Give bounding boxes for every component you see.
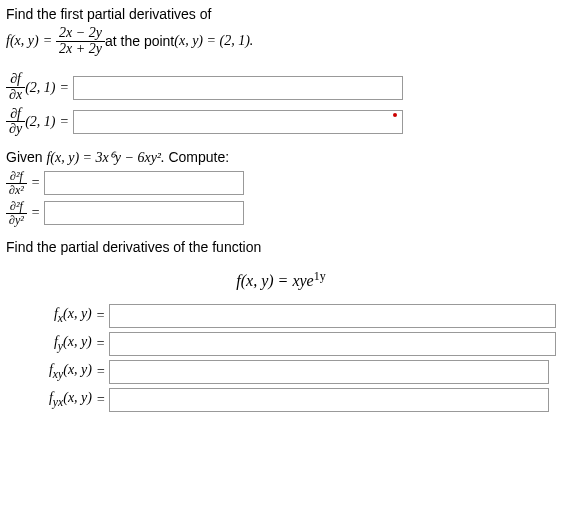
q3-fxy-label: fxy(x, y) xyxy=(6,362,92,381)
equals: = xyxy=(31,205,40,221)
q1-dfx-row: ∂f ∂x (2, 1) = xyxy=(6,72,556,102)
dfy-den: ∂y xyxy=(6,121,25,137)
q1-fraction: 2x − 2y 2x + 2y xyxy=(56,26,105,56)
q3-fy-row: fy(x, y) = xyxy=(6,332,556,356)
equals: = xyxy=(59,114,68,130)
question-3: Find the partial derivatives of the func… xyxy=(6,239,556,412)
q1-dfy-pt: (2, 1) xyxy=(25,114,55,130)
q3-fyx-label: fyx(x, y) xyxy=(6,390,92,409)
q2-given: Given xyxy=(6,149,46,165)
equals: = xyxy=(31,175,40,191)
question-2: Given f(x, y) = 3x⁶y − 6xy². Compute: ∂²… xyxy=(6,149,556,226)
q2-d2y-frac: ∂²f ∂y² xyxy=(6,200,27,226)
q1-dfx-pt: (2, 1) xyxy=(25,80,55,96)
equals: = xyxy=(96,308,105,324)
q2-func: f(x, y) = 3x⁶y − 6xy². xyxy=(46,150,164,165)
q3-func-exp: 1y xyxy=(314,269,326,283)
q3-function-row: f(x, y) = xye1y xyxy=(6,269,556,290)
q3-fx-input[interactable] xyxy=(109,304,556,328)
equals: = xyxy=(59,80,68,96)
q3-func-lhs: f(x, y) = xye xyxy=(236,272,313,289)
question-1: Find the first partial derivatives of f(… xyxy=(6,6,556,137)
q1-dfx-frac: ∂f ∂x xyxy=(6,72,25,102)
q2-compute: Compute: xyxy=(168,149,229,165)
q1-point: (x, y) = (2, 1). xyxy=(174,33,253,49)
q1-func-left: f(x, y) xyxy=(6,33,39,49)
equals: = xyxy=(43,33,52,49)
q1-dfy-frac: ∂f ∂y xyxy=(6,107,25,137)
q3-fy-label: fy(x, y) xyxy=(6,334,92,353)
q1-prompt: Find the first partial derivatives of xyxy=(6,6,556,22)
q3-func: f(x, y) = xye1y xyxy=(236,269,325,290)
equals: = xyxy=(96,392,105,408)
q2-prompt-row: Given f(x, y) = 3x⁶y − 6xy². Compute: xyxy=(6,149,556,166)
q3-fxy-row: fxy(x, y) = xyxy=(6,360,556,384)
q2-d2y-input[interactable] xyxy=(44,201,244,225)
dfy-num: ∂f xyxy=(7,107,24,122)
q3-fy-input[interactable] xyxy=(109,332,556,356)
q1-function-row: f(x, y) = 2x − 2y 2x + 2y at the point (… xyxy=(6,26,556,56)
q3-fyx-input[interactable] xyxy=(109,388,549,412)
q2-d2y-row: ∂²f ∂y² = xyxy=(6,200,556,226)
q2-d2x-input[interactable] xyxy=(44,171,244,195)
q1-dfy-input[interactable] xyxy=(73,110,403,134)
q1-at-text: at the point xyxy=(105,33,174,49)
dfx-num: ∂f xyxy=(7,72,24,87)
equals: = xyxy=(96,336,105,352)
q1-dfy-row: ∂f ∂y (2, 1) = xyxy=(6,107,556,137)
error-dot-icon xyxy=(393,113,397,117)
equals: = xyxy=(96,364,105,380)
q3-fxy-input[interactable] xyxy=(109,360,549,384)
q1-dfx-input[interactable] xyxy=(73,76,403,100)
d2x-den: ∂x² xyxy=(6,183,27,197)
q1-frac-den: 2x + 2y xyxy=(56,41,105,57)
q3-fx-label: fx(x, y) xyxy=(6,306,92,325)
q2-d2x-frac: ∂²f ∂x² xyxy=(6,170,27,196)
q3-fx-row: fx(x, y) = xyxy=(6,304,556,328)
dfx-den: ∂x xyxy=(6,87,25,103)
d2x-num: ∂²f xyxy=(7,170,26,183)
q1-frac-num: 2x − 2y xyxy=(56,26,105,41)
q3-prompt: Find the partial derivatives of the func… xyxy=(6,239,556,255)
q2-d2x-row: ∂²f ∂x² = xyxy=(6,170,556,196)
d2y-den: ∂y² xyxy=(6,213,27,227)
d2y-num: ∂²f xyxy=(7,200,26,213)
q3-fyx-row: fyx(x, y) = xyxy=(6,388,556,412)
